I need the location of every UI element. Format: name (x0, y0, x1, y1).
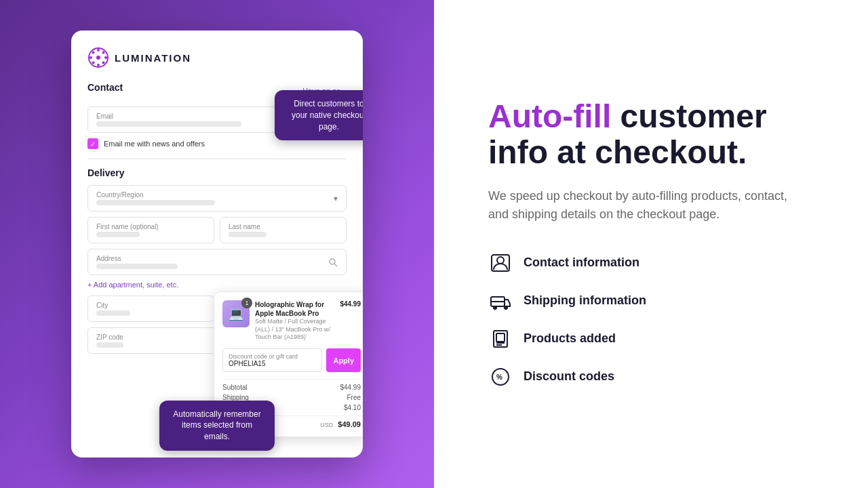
first-name-field[interactable]: First name (optional) (87, 217, 214, 243)
address-bar (96, 264, 178, 269)
taxes-value: $4.10 (344, 404, 361, 411)
last-name-field[interactable]: Last name (220, 217, 347, 243)
checkbox-label: Email me with news and offers (104, 140, 205, 148)
tooltip-bottom: Automatically remember items selected fr… (159, 401, 275, 451)
shipping-icon (488, 289, 513, 313)
right-panel: Auto-fill customer info at checkout. We … (434, 0, 868, 488)
headline: Auto-fill customer info at checkout. (488, 99, 827, 171)
address-field[interactable]: Address (87, 249, 347, 275)
city-field[interactable]: City (87, 296, 214, 322)
subtotal-line: Subtotal $44.99 (222, 384, 361, 391)
zip-bar (96, 342, 123, 348)
search-icon (328, 258, 338, 267)
feature-products: Products added (488, 327, 827, 351)
product-count: 1 (241, 298, 252, 308)
total-currency: USD (320, 422, 333, 428)
svg-point-1 (96, 56, 100, 60)
last-name-label: Last name (229, 223, 338, 230)
contact-title: Contact (87, 82, 123, 93)
subtotal-value: $44.99 (340, 384, 361, 391)
logo-icon (87, 47, 109, 68)
products-icon (488, 327, 513, 351)
svg-rect-19 (496, 333, 505, 342)
total-value: USD $49.09 (320, 420, 361, 428)
city-bar (96, 310, 130, 316)
svg-point-4 (90, 56, 92, 59)
total-amount: $49.09 (338, 420, 361, 428)
discount-row: Discount code or gift card OPHELIA15 App… (222, 348, 361, 372)
address-field-inner: Address (96, 255, 178, 269)
country-select[interactable]: Country/Region ▾ (87, 185, 347, 211)
tooltip-top-text: Direct customers to your native checkout… (292, 99, 363, 131)
apply-button[interactable]: Apply (326, 348, 361, 372)
discount-label: Discount code or gift card (229, 353, 316, 360)
svg-point-12 (497, 257, 504, 264)
product-name: Holographic Wrap for Apple MacBook Pro (255, 300, 334, 318)
country-select-inner: Country/Region (96, 191, 334, 205)
svg-point-7 (102, 62, 105, 64)
order-divider (222, 379, 361, 380)
contact-icon (488, 251, 513, 275)
product-badge: 💻 1 (222, 300, 250, 342)
feature-shipping: Shipping information (488, 289, 827, 313)
product-price: $44.99 (340, 300, 361, 342)
contact-label: Contact information (524, 256, 639, 270)
shipping-label: Shipping information (524, 293, 646, 308)
discount-input[interactable]: Discount code or gift card OPHELIA15 (222, 348, 322, 372)
svg-point-2 (97, 49, 100, 52)
checkbox[interactable]: ✓ (87, 138, 98, 149)
country-label: Country/Region (96, 191, 334, 199)
feature-list: Contact information Shipping information (488, 251, 827, 389)
discount-code: OPHELIA15 (229, 360, 316, 367)
svg-point-16 (504, 306, 508, 310)
email-value-bar (96, 121, 241, 127)
discount-label: Discount codes (524, 369, 614, 384)
add-apartment-link[interactable]: + Add apartment, suite, etc. (87, 281, 347, 289)
address-label: Address (96, 255, 178, 262)
tooltip-top: Direct customers to your native checkout… (275, 90, 363, 140)
subtext: We speed up checkout by auto-filling pro… (488, 187, 800, 224)
products-label: Products added (524, 331, 616, 346)
first-name-bar (96, 232, 140, 237)
country-value-bar (96, 200, 215, 205)
name-fields: First name (optional) Last name (87, 217, 347, 243)
feature-contact: Contact information (488, 251, 827, 275)
svg-point-15 (493, 306, 497, 310)
svg-point-5 (104, 56, 107, 59)
tooltip-bottom-text: Automatically remember items selected fr… (173, 409, 260, 442)
city-label: City (96, 302, 205, 309)
discount-icon: % (488, 365, 513, 389)
svg-point-3 (97, 64, 100, 66)
logo-area: LUMINATION (87, 47, 347, 68)
product-desc: Soft Matte / Full Coverage (ALL) / 13" M… (255, 318, 334, 342)
section-divider (87, 159, 347, 159)
shipping-value: Free (347, 394, 361, 401)
product-info: Holographic Wrap for Apple MacBook Pro S… (255, 300, 334, 342)
svg-line-11 (334, 264, 337, 266)
delivery-title: Delivery (87, 167, 347, 178)
last-name-bar (229, 232, 267, 237)
left-panel: LUMINATION Contact Have an ac... Email ✓… (0, 0, 434, 488)
svg-point-6 (92, 52, 95, 54)
checkout-card: LUMINATION Contact Have an ac... Email ✓… (71, 30, 363, 458)
chevron-down-icon: ▾ (334, 194, 338, 203)
feature-discount: % Discount codes (488, 365, 827, 389)
svg-point-8 (102, 52, 105, 54)
product-row: 💻 1 Holographic Wrap for Apple MacBook P… (222, 300, 361, 342)
svg-point-9 (92, 62, 95, 64)
headline-accent: Auto-fill (488, 98, 611, 134)
logo-text: LUMINATION (115, 52, 191, 64)
svg-text:%: % (496, 373, 502, 381)
subtotal-label: Subtotal (222, 384, 248, 391)
svg-point-10 (330, 259, 335, 264)
first-name-label: First name (optional) (96, 223, 205, 230)
